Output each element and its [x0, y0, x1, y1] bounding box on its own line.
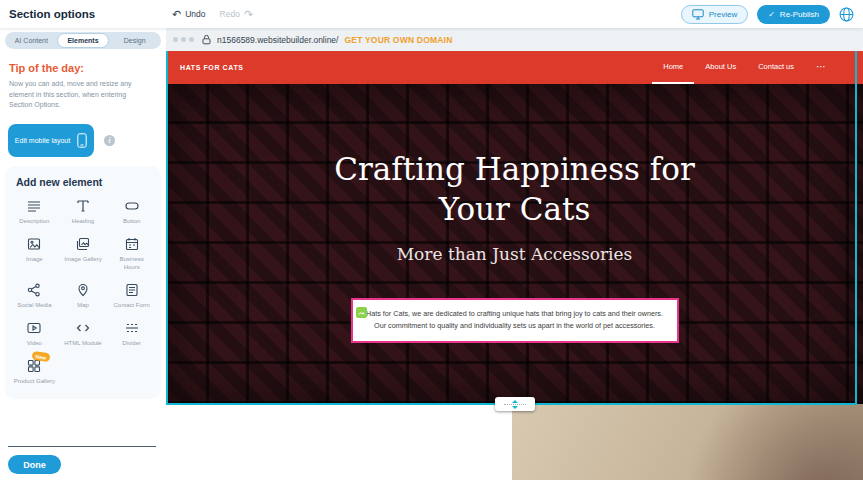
- element-html-module[interactable]: HTML Module: [59, 320, 108, 347]
- undo-button[interactable]: ↶ Undo: [172, 9, 206, 20]
- video-icon: [26, 320, 42, 336]
- next-section-image[interactable]: [512, 404, 863, 480]
- hero-body-text: Hats for Cats, we are dedicated to craft…: [366, 309, 663, 330]
- editor-canvas: n1566589.websitebuilder.online/ GET YOUR…: [166, 28, 863, 480]
- nav-contact-us[interactable]: Contact us: [747, 51, 805, 84]
- button-icon: [124, 198, 140, 214]
- edit-mobile-layout-button[interactable]: Edit mobile layout: [8, 124, 94, 157]
- social-media-icon: [26, 282, 42, 298]
- site-nav: Home About Us Contact us ⋯: [652, 51, 837, 84]
- lock-icon: [201, 34, 212, 45]
- edit-mobile-row: Edit mobile layout i: [8, 124, 166, 157]
- contact-form-icon: [124, 282, 140, 298]
- undo-label: Undo: [185, 9, 205, 19]
- tab-design[interactable]: Design: [109, 33, 160, 48]
- resize-down-arrow-icon: [512, 406, 518, 409]
- add-new-element-title: Add new element: [16, 176, 156, 188]
- get-own-domain-link[interactable]: GET YOUR OWN DOMAIN: [344, 35, 452, 45]
- editor-topbar: Section options ↶ Undo Redo ↷ Preview ✓ …: [0, 0, 863, 28]
- divider-icon: [124, 320, 140, 336]
- element-heading[interactable]: Heading: [59, 198, 108, 225]
- preview-button[interactable]: Preview: [681, 5, 748, 24]
- description-icon: [26, 198, 42, 214]
- hero-text-element[interactable]: Hats for Cats, we are dedicated to craft…: [351, 298, 679, 343]
- preview-label: Preview: [709, 10, 737, 19]
- tip-title: Tip of the day:: [9, 62, 156, 74]
- page-title: Section options: [9, 8, 95, 20]
- element-map[interactable]: Map: [59, 282, 108, 309]
- element-description[interactable]: Description: [10, 198, 59, 225]
- image-gallery-icon: [75, 236, 91, 252]
- republish-button[interactable]: ✓ Re-Publish: [757, 5, 830, 24]
- section-selection-border-right: [855, 51, 857, 404]
- language-globe-button[interactable]: [839, 6, 855, 22]
- redo-button[interactable]: Redo ↷: [220, 9, 254, 20]
- sidebar-tabs: AI Content Elements Design: [5, 32, 161, 49]
- business-hours-icon: [124, 236, 140, 252]
- add-new-element-panel: Add new element Description Heading Butt…: [5, 166, 161, 400]
- element-contact-form[interactable]: Contact Form: [107, 282, 156, 309]
- history-controls: ↶ Undo Redo ↷: [172, 0, 253, 28]
- resize-up-arrow-icon: [512, 400, 518, 403]
- next-section: [166, 404, 863, 480]
- map-pin-icon: [75, 282, 91, 298]
- nav-about-us[interactable]: About Us: [694, 51, 747, 84]
- element-image-gallery[interactable]: Image Gallery: [59, 236, 108, 271]
- element-button[interactable]: Button: [107, 198, 156, 225]
- site-url[interactable]: n1566589.websitebuilder.online/: [217, 35, 338, 45]
- heading-icon: [75, 198, 91, 214]
- window-dot: [173, 37, 178, 42]
- tip-body: Now you can add, move and resize any ele…: [9, 79, 151, 111]
- redo-icon: ↷: [244, 9, 253, 20]
- resize-handle-line: [504, 404, 526, 405]
- section-options-sidebar: AI Content Elements Design Tip of the da…: [0, 28, 166, 480]
- hero-title[interactable]: Crafting Happiness for Your Cats: [166, 84, 863, 229]
- element-social-media[interactable]: Social Media: [10, 282, 59, 309]
- edit-mobile-label: Edit mobile layout: [15, 137, 70, 144]
- section-resize-handle[interactable]: [495, 397, 535, 411]
- element-product-gallery[interactable]: New Product Gallery: [10, 358, 59, 385]
- window-dot: [189, 37, 194, 42]
- site-header: HATS FOR CATS Home About Us Contact us ⋯: [166, 51, 863, 84]
- section-selection-border-left: [166, 51, 168, 404]
- sidebar-divider: [8, 446, 156, 447]
- hero-subtitle[interactable]: More than Just Accessories: [166, 244, 863, 264]
- done-button[interactable]: Done: [8, 455, 61, 474]
- window-controls: [173, 37, 194, 42]
- site-logo[interactable]: HATS FOR CATS: [180, 64, 244, 71]
- check-icon: ✓: [768, 10, 775, 19]
- next-section-empty-area: [166, 404, 512, 480]
- html-module-icon: [75, 320, 91, 336]
- element-grid: Description Heading Button Image: [10, 198, 156, 386]
- globe-icon: [839, 7, 854, 22]
- window-dot: [181, 37, 186, 42]
- browser-bar: n1566589.websitebuilder.online/ GET YOUR…: [166, 28, 863, 51]
- hero-section[interactable]: Crafting Happiness for Your Cats More th…: [166, 84, 863, 404]
- nav-home[interactable]: Home: [652, 51, 694, 84]
- element-divider[interactable]: Divider: [107, 320, 156, 347]
- topbar-actions: Preview ✓ Re-Publish: [681, 0, 855, 28]
- image-icon: [26, 236, 42, 252]
- element-video[interactable]: Video: [10, 320, 59, 347]
- smartphone-icon: [77, 133, 87, 148]
- republish-label: Re-Publish: [780, 10, 819, 19]
- tab-ai-content[interactable]: AI Content: [6, 33, 57, 48]
- redo-label: Redo: [220, 9, 240, 19]
- more-menu-icon: ⋯: [816, 61, 826, 72]
- tip-of-the-day: Tip of the day: Now you can add, move an…: [0, 49, 166, 111]
- nav-more-menu[interactable]: ⋯: [805, 51, 837, 84]
- info-icon[interactable]: i: [104, 135, 115, 146]
- undo-icon: ↶: [172, 9, 181, 20]
- monitor-icon: [692, 9, 704, 20]
- element-image[interactable]: Image: [10, 236, 59, 271]
- tab-elements[interactable]: Elements: [57, 33, 110, 48]
- element-type-indicator-icon: [356, 307, 367, 318]
- element-business-hours[interactable]: Business Hours: [107, 236, 156, 271]
